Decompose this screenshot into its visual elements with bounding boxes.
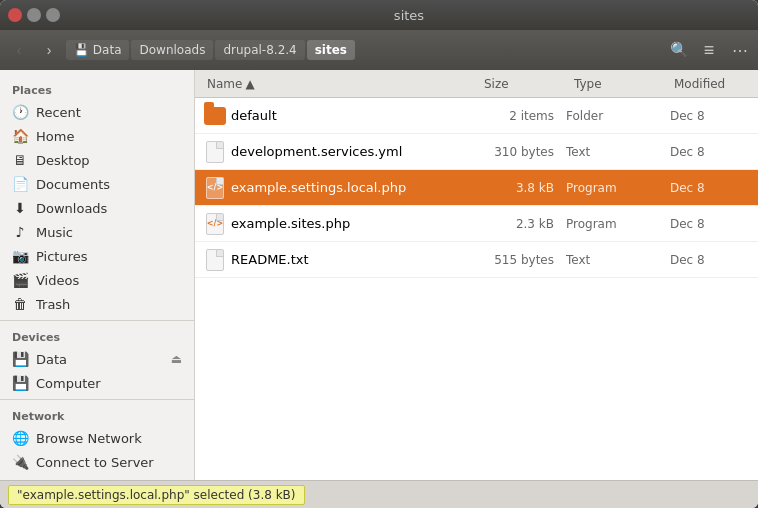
menu-icon: ≡ — [704, 40, 715, 61]
file-row[interactable]: development.services.yml 310 bytes Text … — [195, 134, 758, 170]
file-type: Text — [566, 145, 666, 159]
file-name: default — [231, 108, 468, 123]
folder-icon — [203, 104, 227, 128]
col-header-type[interactable]: Type — [570, 77, 670, 91]
back-button[interactable]: ‹ — [6, 37, 32, 63]
toolbar-actions: 🔍 ≡ ⋯ — [666, 37, 752, 63]
file-type: Program — [566, 181, 666, 195]
pictures-icon: 📷 — [12, 248, 28, 264]
breadcrumb-sites[interactable]: sites — [307, 40, 355, 60]
file-icon — [203, 140, 227, 164]
minimize-button[interactable] — [27, 8, 41, 22]
sidebar-item-downloads[interactable]: ⬇ Downloads — [0, 196, 194, 220]
file-modified: Dec 8 — [670, 253, 750, 267]
sidebar-item-music-label: Music — [36, 225, 73, 240]
file-list-container: Name ▲ Size Type Modified default 2 item… — [195, 70, 758, 480]
sidebar-item-trash[interactable]: 🗑 Trash — [0, 292, 194, 316]
file-modified: Dec 8 — [670, 109, 750, 123]
sidebar-item-videos[interactable]: 🎬 Videos — [0, 268, 194, 292]
file-size: 515 bytes — [472, 253, 562, 267]
file-row[interactable]: </> example.sites.php 2.3 kB Program Dec… — [195, 206, 758, 242]
breadcrumb: 💾 Data Downloads drupal-8.2.4 sites — [66, 40, 662, 60]
file-modified: Dec 8 — [670, 217, 750, 231]
file-name: development.services.yml — [231, 144, 468, 159]
sidebar-item-documents-label: Documents — [36, 177, 110, 192]
sidebar-item-recent[interactable]: 🕐 Recent — [0, 100, 194, 124]
connect-icon: 🔌 — [12, 454, 28, 470]
sidebar-item-recent-label: Recent — [36, 105, 81, 120]
file-list: default 2 items Folder Dec 8 development… — [195, 98, 758, 480]
sidebar-separator-1 — [0, 320, 194, 321]
file-manager-window: sites ‹ › 💾 Data Downloads drupal-8.2.4 … — [0, 0, 758, 508]
sidebar-item-desktop[interactable]: 🖥 Desktop — [0, 148, 194, 172]
file-size: 310 bytes — [472, 145, 562, 159]
file-row[interactable]: default 2 items Folder Dec 8 — [195, 98, 758, 134]
desktop-icon: 🖥 — [12, 152, 28, 168]
code-file-icon: </> — [203, 212, 227, 236]
sidebar-item-browse-network[interactable]: 🌐 Browse Network — [0, 426, 194, 450]
sidebar-item-music[interactable]: ♪ Music — [0, 220, 194, 244]
file-list-header: Name ▲ Size Type Modified — [195, 70, 758, 98]
menu-button[interactable]: ≡ — [696, 37, 722, 63]
grid-icon: ⋯ — [732, 41, 747, 60]
file-name: example.settings.local.php — [231, 180, 468, 195]
titlebar: sites — [0, 0, 758, 30]
sidebar-item-documents[interactable]: 📄 Documents — [0, 172, 194, 196]
videos-icon: 🎬 — [12, 272, 28, 288]
computer-icon: 💾 — [12, 375, 28, 391]
devices-label: Devices — [0, 325, 194, 347]
file-name: README.txt — [231, 252, 468, 267]
window-controls — [8, 8, 60, 22]
sidebar-item-data[interactable]: 💾 Data ⏏ — [0, 347, 194, 371]
sidebar-item-browse-label: Browse Network — [36, 431, 142, 446]
close-button[interactable] — [8, 8, 22, 22]
col-header-size[interactable]: Size — [480, 77, 570, 91]
maximize-button[interactable] — [46, 8, 60, 22]
grid-button[interactable]: ⋯ — [726, 37, 752, 63]
sidebar-item-home-label: Home — [36, 129, 74, 144]
col-header-name[interactable]: Name ▲ — [203, 77, 480, 91]
breadcrumb-data[interactable]: 💾 Data — [66, 40, 129, 60]
search-button[interactable]: 🔍 — [666, 37, 692, 63]
sidebar-item-pictures-label: Pictures — [36, 249, 87, 264]
music-icon: ♪ — [12, 224, 28, 240]
recent-icon: 🕐 — [12, 104, 28, 120]
file-modified: Dec 8 — [670, 145, 750, 159]
file-name: example.sites.php — [231, 216, 468, 231]
status-text: "example.settings.local.php" selected (3… — [8, 485, 305, 505]
forward-button[interactable]: › — [36, 37, 62, 63]
data-device-icon: 💾 — [12, 351, 28, 367]
sort-indicator: ▲ — [245, 77, 254, 91]
network-icon: 🌐 — [12, 430, 28, 446]
home-icon: 🏠 — [12, 128, 28, 144]
sidebar-item-desktop-label: Desktop — [36, 153, 90, 168]
sidebar-item-home[interactable]: 🏠 Home — [0, 124, 194, 148]
sidebar-item-videos-label: Videos — [36, 273, 79, 288]
sidebar-item-data-label: Data — [36, 352, 67, 367]
sidebar-item-connect-server[interactable]: 🔌 Connect to Server — [0, 450, 194, 474]
file-type: Text — [566, 253, 666, 267]
file-modified: Dec 8 — [670, 181, 750, 195]
downloads-icon: ⬇ — [12, 200, 28, 216]
file-row[interactable]: README.txt 515 bytes Text Dec 8 — [195, 242, 758, 278]
eject-button[interactable]: ⏏ — [171, 352, 182, 366]
breadcrumb-drupal[interactable]: drupal-8.2.4 — [215, 40, 304, 60]
sidebar: Places 🕐 Recent 🏠 Home 🖥 Desktop 📄 Docum… — [0, 70, 195, 480]
breadcrumb-downloads[interactable]: Downloads — [131, 40, 213, 60]
sidebar-separator-2 — [0, 399, 194, 400]
sidebar-item-trash-label: Trash — [36, 297, 70, 312]
sidebar-item-connect-label: Connect to Server — [36, 455, 154, 470]
sidebar-item-computer[interactable]: 💾 Computer — [0, 371, 194, 395]
network-label: Network — [0, 404, 194, 426]
col-header-modified[interactable]: Modified — [670, 77, 750, 91]
sidebar-item-pictures[interactable]: 📷 Pictures — [0, 244, 194, 268]
content-area: Places 🕐 Recent 🏠 Home 🖥 Desktop 📄 Docum… — [0, 70, 758, 480]
file-icon — [203, 248, 227, 272]
file-row-selected[interactable]: </> example.settings.local.php 3.8 kB Pr… — [195, 170, 758, 206]
search-icon: 🔍 — [670, 41, 689, 59]
toolbar: ‹ › 💾 Data Downloads drupal-8.2.4 sites … — [0, 30, 758, 70]
sidebar-item-computer-label: Computer — [36, 376, 101, 391]
documents-icon: 📄 — [12, 176, 28, 192]
trash-icon: 🗑 — [12, 296, 28, 312]
file-type: Folder — [566, 109, 666, 123]
